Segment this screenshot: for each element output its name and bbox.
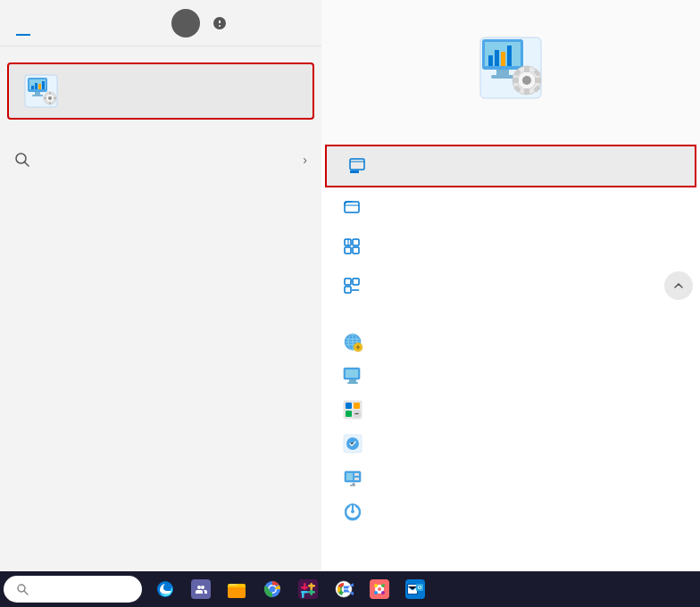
tab-more[interactable]: [123, 11, 148, 36]
svg-rect-50: [345, 287, 351, 293]
svg-rect-64: [346, 403, 352, 409]
more-icon[interactable]: [239, 11, 264, 36]
tab-web[interactable]: [95, 11, 123, 36]
recent-item-programs[interactable]: [321, 393, 700, 427]
svg-rect-72: [346, 473, 353, 480]
control-panel-icon: [23, 73, 59, 109]
app-header: [321, 0, 700, 145]
svg-rect-65: [354, 403, 360, 409]
taskbar-teams-icon[interactable]: [185, 573, 217, 605]
svg-rect-26: [496, 70, 509, 75]
svg-point-85: [270, 586, 276, 593]
action-open[interactable]: [325, 145, 696, 187]
recent-item-device-manager[interactable]: [321, 461, 700, 495]
svg-rect-42: [345, 202, 359, 212]
svg-rect-27: [491, 75, 514, 79]
recent-item-troubleshooting[interactable]: [321, 427, 700, 461]
taskbar-paint-icon[interactable]: [363, 573, 396, 605]
svg-rect-31: [524, 66, 529, 72]
svg-text:O: O: [418, 585, 422, 590]
web-search-item[interactable]: ›: [0, 143, 321, 177]
tab-bar: [0, 0, 321, 46]
action-open-file-location[interactable]: [321, 187, 700, 227]
tab-all[interactable]: [9, 11, 38, 36]
svg-rect-89: [302, 586, 304, 589]
power-options-icon: [343, 502, 362, 521]
recent-section: [321, 305, 700, 528]
svg-rect-7: [42, 81, 45, 89]
svg-rect-8: [35, 92, 40, 95]
best-match-label: [0, 46, 321, 62]
best-match-item[interactable]: [7, 62, 314, 120]
tab-apps[interactable]: [38, 11, 66, 36]
open-icon: [348, 157, 366, 175]
svg-rect-92: [312, 591, 315, 594]
svg-rect-48: [345, 279, 351, 285]
taskbar-apps: O: [149, 573, 431, 605]
feedback-icon[interactable]: [207, 11, 232, 36]
tab-documents[interactable]: [66, 11, 95, 36]
svg-point-12: [48, 96, 52, 100]
avatar[interactable]: [171, 9, 200, 37]
svg-rect-86: [298, 579, 318, 599]
taskbar-outlook-icon[interactable]: O: [399, 573, 431, 605]
svg-rect-81: [191, 579, 211, 599]
device-manager-icon: [343, 468, 362, 487]
svg-point-105: [374, 591, 378, 595]
troubleshooting-icon: [343, 434, 362, 453]
recent-item-power-options[interactable]: [321, 495, 700, 528]
svg-rect-60: [346, 370, 358, 378]
svg-point-103: [374, 584, 378, 587]
svg-rect-5: [35, 83, 38, 89]
svg-rect-94: [301, 591, 308, 594]
svg-rect-15: [44, 97, 46, 99]
svg-rect-32: [524, 88, 529, 95]
taskbar-explorer-icon[interactable]: [221, 573, 253, 605]
svg-rect-66: [346, 411, 352, 417]
collapse-button[interactable]: [664, 271, 693, 300]
svg-rect-95: [302, 594, 304, 596]
web-search-icon: [14, 152, 30, 168]
svg-rect-75: [350, 485, 355, 486]
recent-item-system[interactable]: [321, 359, 700, 393]
internet-options-icon: [343, 332, 362, 352]
svg-rect-44: [353, 239, 359, 245]
svg-point-104: [381, 584, 385, 587]
svg-rect-25: [507, 46, 512, 66]
system-icon: [343, 366, 362, 386]
pin-taskbar-icon: [343, 277, 361, 295]
svg-rect-16: [54, 97, 56, 99]
chevron-right-icon: ›: [303, 153, 307, 167]
svg-line-79: [24, 591, 28, 595]
taskbar-search-box[interactable]: [4, 576, 142, 603]
taskbar: O: [0, 571, 700, 607]
taskbar-slack-icon[interactable]: [292, 573, 324, 605]
svg-rect-45: [345, 247, 351, 254]
svg-rect-41: [350, 170, 359, 173]
action-pin-start[interactable]: [321, 227, 700, 266]
svg-rect-22: [488, 55, 493, 66]
recent-label: [321, 305, 700, 325]
svg-rect-61: [349, 379, 356, 382]
svg-rect-73: [354, 473, 359, 476]
taskbar-google-icon[interactable]: [328, 573, 360, 605]
svg-rect-24: [501, 52, 505, 66]
pin-start-icon: [343, 237, 361, 255]
recent-item-internet-options[interactable]: [321, 325, 700, 359]
svg-rect-23: [495, 50, 499, 66]
file-location-icon: [343, 198, 361, 216]
svg-rect-39: [350, 159, 364, 170]
svg-rect-56: [346, 338, 360, 340]
close-button[interactable]: [271, 9, 312, 37]
svg-point-77: [351, 510, 354, 513]
action-pin-taskbar[interactable]: [321, 266, 700, 305]
action-list: [321, 145, 700, 305]
svg-point-30: [522, 76, 531, 85]
svg-rect-4: [31, 86, 34, 89]
taskbar-chrome-icon[interactable]: [256, 573, 288, 605]
svg-point-102: [378, 587, 381, 591]
taskbar-edge-icon[interactable]: [149, 573, 181, 605]
svg-rect-14: [49, 102, 51, 104]
svg-rect-74: [354, 478, 359, 480]
svg-rect-34: [535, 78, 541, 83]
